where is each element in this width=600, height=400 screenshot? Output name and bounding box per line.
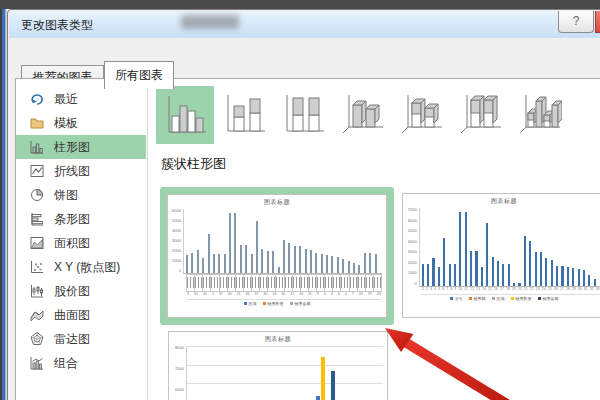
preview-plot-area bbox=[186, 346, 383, 400]
preview-bar bbox=[326, 255, 328, 273]
preview-bar bbox=[358, 265, 360, 273]
preview-bar bbox=[331, 371, 334, 400]
sidebar-item-line-chart[interactable]: 折线图 bbox=[16, 159, 146, 183]
preview-bar bbox=[551, 260, 553, 286]
preview-bar bbox=[545, 258, 547, 286]
preview-category-cell bbox=[325, 274, 333, 292]
preview-bar bbox=[540, 252, 542, 286]
preview-bar bbox=[337, 257, 339, 273]
sidebar-item-label: 柱形图 bbox=[54, 139, 90, 156]
background-app-top-edge bbox=[0, 0, 600, 9]
subtype-icon-row bbox=[156, 86, 575, 144]
subtype-3d-column-icon[interactable] bbox=[516, 86, 562, 142]
sidebar-item-label: 雷达图 bbox=[54, 331, 90, 348]
preview-bar bbox=[288, 243, 290, 273]
chart-preview-2[interactable]: 图表标题700060005000400030002000100001234567… bbox=[402, 193, 600, 318]
legend-swatch bbox=[492, 297, 496, 301]
area-chart-icon bbox=[29, 235, 45, 251]
preview-category-cell bbox=[358, 274, 366, 292]
preview-y-axis-labels: 80007000600050004000300020001000 bbox=[173, 346, 186, 400]
sidebar-item-label: 股价图 bbox=[54, 283, 90, 300]
surface-chart-icon bbox=[29, 307, 45, 323]
preview-bar bbox=[202, 258, 204, 273]
preview-bar bbox=[588, 275, 590, 286]
background-app-left-edge bbox=[0, 9, 7, 400]
sidebar-item-stock-chart[interactable]: 股价图 bbox=[16, 279, 146, 303]
preview-bar bbox=[502, 264, 504, 286]
template-icon bbox=[29, 115, 45, 131]
preview-x-axis-labels: 1234567891011121314151617181920212223242… bbox=[421, 287, 600, 295]
preview-legend-item: 区域 bbox=[492, 297, 505, 301]
preview-chart-title: 图表标题 bbox=[173, 335, 383, 344]
preview-category-cell bbox=[341, 274, 349, 292]
sidebar-item-column-chart[interactable]: 柱形图 bbox=[16, 135, 146, 159]
preview-bar bbox=[213, 254, 215, 273]
preview-bar bbox=[229, 213, 231, 273]
chart-preview-1-selected[interactable]: 图表标题600050004000300020001000033130137301… bbox=[160, 187, 394, 325]
preview-bar bbox=[278, 267, 280, 273]
subtype-3d-clustered-column-icon[interactable] bbox=[339, 86, 385, 142]
screenshot-root: 更改图表类型 ? 推荐的图表所有图表 最近模板柱形图折线图饼图条形图面积图X Y… bbox=[0, 0, 600, 400]
preview-bar bbox=[518, 283, 520, 286]
preview-bar bbox=[321, 254, 323, 273]
preview-legend-item: 销售金额 bbox=[538, 297, 559, 301]
preview-bar bbox=[240, 245, 242, 273]
preview-category-cell bbox=[268, 274, 276, 292]
preview-category-cell bbox=[260, 274, 268, 292]
tab-all-charts[interactable]: 所有图表 bbox=[104, 61, 174, 89]
preview-category-cell bbox=[236, 274, 244, 292]
subtype-3d-100-percent-stacked-column-icon[interactable] bbox=[457, 86, 503, 142]
preview-plot-area bbox=[419, 208, 600, 287]
sidebar-item-pie-chart[interactable]: 饼图 bbox=[16, 183, 146, 207]
preview-category-cell bbox=[309, 274, 317, 292]
close-button[interactable] bbox=[595, 11, 600, 33]
preview-category-cell bbox=[317, 274, 325, 292]
preview-bar bbox=[422, 264, 424, 286]
preview-category-cell bbox=[301, 274, 309, 292]
preview-bar bbox=[529, 241, 531, 286]
dialog-titlebar[interactable]: 更改图表类型 ? bbox=[9, 11, 600, 38]
preview-bar bbox=[310, 250, 312, 273]
subtype-clustered-column-icon[interactable] bbox=[156, 86, 214, 144]
preview-bar bbox=[449, 264, 451, 286]
preview-bar bbox=[299, 246, 301, 273]
preview-bar bbox=[294, 246, 296, 273]
subtype-3d-stacked-column-icon[interactable] bbox=[398, 86, 444, 142]
preview-legend-item: 销售数量 bbox=[263, 302, 284, 306]
legend-swatch bbox=[538, 297, 542, 301]
radar-chart-icon bbox=[29, 331, 45, 347]
sidebar-item-label: X Y (散点图) bbox=[54, 259, 120, 276]
sidebar-item-scatter-chart[interactable]: X Y (散点图) bbox=[16, 255, 146, 279]
subtype-100-percent-stacked-column-icon[interactable] bbox=[280, 86, 326, 142]
preview-bar bbox=[556, 266, 558, 286]
sidebar-item-radar-chart[interactable]: 雷达图 bbox=[16, 327, 146, 351]
preview-bar bbox=[486, 223, 488, 286]
preview-category-cell bbox=[195, 274, 203, 292]
preview-category-cell bbox=[285, 274, 293, 292]
chart-preview-3[interactable]: 图表标题80007000600050004000300020001000 bbox=[168, 331, 388, 400]
sidebar-item-combo-chart[interactable]: 组合 bbox=[16, 351, 146, 375]
subtype-stacked-column-icon[interactable] bbox=[221, 86, 267, 142]
sidebar-item-template[interactable]: 模板 bbox=[16, 111, 146, 135]
preview-bar bbox=[224, 254, 226, 273]
preview-bar bbox=[459, 212, 461, 286]
preview-bar bbox=[443, 238, 445, 286]
sidebar-item-recent[interactable]: 最近 bbox=[16, 87, 146, 111]
sidebar-item-surface-chart[interactable]: 曲面图 bbox=[16, 303, 146, 327]
help-button[interactable]: ? bbox=[558, 11, 594, 33]
preview-bar bbox=[432, 258, 434, 286]
legend-swatch bbox=[511, 297, 515, 301]
sidebar-item-label: 面积图 bbox=[54, 235, 90, 252]
preview-bar bbox=[454, 264, 456, 286]
preview-bar bbox=[251, 254, 253, 273]
preview-category-cell bbox=[252, 274, 260, 292]
preview-category-cell bbox=[293, 274, 301, 292]
section-title: 簇状柱形图 bbox=[161, 155, 226, 173]
column-chart-icon bbox=[29, 139, 45, 155]
sidebar-item-area-chart[interactable]: 面积图 bbox=[16, 231, 146, 255]
sidebar-item-bar-chart[interactable]: 条形图 bbox=[16, 207, 146, 231]
preview-bar bbox=[208, 234, 210, 273]
combo-chart-icon bbox=[29, 355, 45, 371]
change-chart-type-dialog: 更改图表类型 ? 推荐的图表所有图表 最近模板柱形图折线图饼图条形图面积图X Y… bbox=[7, 9, 600, 400]
sidebar-item-label: 组合 bbox=[54, 355, 78, 372]
